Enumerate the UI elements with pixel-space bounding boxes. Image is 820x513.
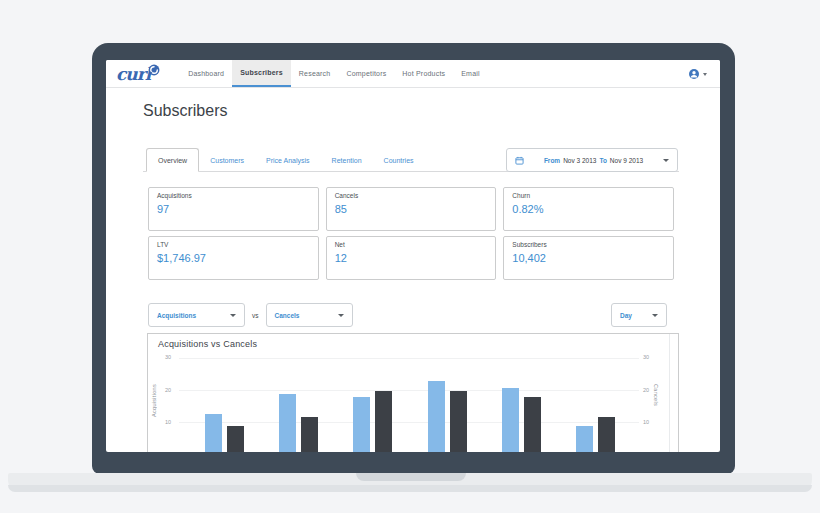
user-avatar-icon [689, 69, 699, 79]
tab-customers[interactable]: Customers [199, 148, 255, 172]
dropdown-value: Cancels [275, 312, 300, 319]
nav-item-hot-products[interactable]: Hot Products [394, 60, 453, 87]
to-label: To [599, 157, 606, 164]
caret-down-icon [652, 314, 658, 317]
chart-title: Acquisitions vs Cancels [158, 339, 257, 349]
bar-cancels [301, 417, 318, 452]
caret-down-icon [338, 314, 344, 317]
metrics-grid: Acquisitions 97 Cancels 85 Churn 0.82% L… [148, 187, 674, 280]
vs-label: vs [252, 312, 259, 319]
metric-value: 12 [335, 252, 488, 264]
subscriber-tabs: Overview Customers Price Analysis Retent… [146, 148, 425, 172]
y-axis-tick-right: 30 [643, 354, 660, 360]
metric-label: Acquisitions [157, 192, 310, 199]
metric-label: LTV [157, 241, 310, 248]
tabs-row: Overview Customers Price Analysis Retent… [143, 148, 679, 172]
metric-card-cancels: Cancels 85 [326, 187, 497, 231]
bar-cancels [598, 417, 615, 452]
metric-a-dropdown[interactable]: Acquisitions [148, 303, 245, 327]
metric-value: 97 [157, 203, 310, 215]
logo-text: curl [116, 60, 150, 88]
bar-acquisitions [353, 397, 370, 452]
y-axis-tick-right: 10 [643, 419, 660, 425]
app-logo[interactable]: curl [106, 60, 160, 87]
dropdown-value: Acquisitions [157, 312, 196, 319]
tab-price-analysis[interactable]: Price Analysis [255, 148, 321, 172]
metric-label: Churn [512, 192, 665, 199]
chart-card: Acquisitions vs Cancels Acquisitions Can… [147, 333, 679, 452]
nav-item-email[interactable]: Email [453, 60, 488, 87]
metric-b-dropdown[interactable]: Cancels [266, 303, 353, 327]
y-axis-tick-right: 20 [643, 387, 660, 393]
metric-value: $1,746.97 [157, 252, 310, 264]
gridline [179, 358, 639, 359]
caret-down-icon [663, 159, 669, 162]
metric-card-net: Net 12 [326, 236, 497, 280]
user-menu[interactable] [689, 60, 707, 88]
bar-acquisitions [279, 394, 296, 452]
compare-controls: Acquisitions vs Cancels Day [148, 303, 678, 327]
nav-item-dashboard[interactable]: Dashboard [180, 60, 232, 87]
tab-countries[interactable]: Countries [373, 148, 425, 172]
metric-label: Subscribers [512, 241, 665, 248]
metric-value: 0.82% [512, 203, 665, 215]
date-range-text: From Nov 3 2013 To Nov 9 2013 [544, 157, 643, 164]
y-axis-tick-left: 30 [154, 354, 171, 360]
screen: curl Dashboard Subscribers Research Comp… [106, 60, 720, 452]
page-content: Subscribers Overview Customers Price Ana… [143, 88, 679, 452]
chart-plot-edge [669, 334, 670, 452]
nav-item-research[interactable]: Research [291, 60, 339, 87]
laptop-frame: curl Dashboard Subscribers Research Comp… [92, 43, 735, 474]
metric-card-ltv: LTV $1,746.97 [148, 236, 319, 280]
laptop-base [8, 473, 812, 492]
bar-cancels [450, 391, 467, 452]
date-range-picker[interactable]: From Nov 3 2013 To Nov 9 2013 [506, 148, 678, 172]
gridline [179, 422, 639, 423]
caret-down-icon [703, 73, 707, 76]
bar-cancels [227, 426, 244, 452]
laptop-base-notch [356, 473, 466, 481]
bar-cancels [375, 391, 392, 452]
tab-overview[interactable]: Overview [146, 148, 199, 172]
bar-acquisitions [576, 426, 593, 452]
metric-label: Cancels [335, 192, 488, 199]
dropdown-value: Day [620, 312, 632, 319]
bar-acquisitions [205, 414, 222, 452]
from-label: From [544, 157, 560, 164]
calendar-icon [515, 156, 524, 165]
metric-label: Net [335, 241, 488, 248]
y-axis-tick-left: 20 [154, 387, 171, 393]
bar-cancels [524, 397, 541, 452]
metric-card-acquisitions: Acquisitions 97 [148, 187, 319, 231]
interval-dropdown[interactable]: Day [611, 303, 667, 327]
main-nav: Dashboard Subscribers Research Competito… [180, 60, 488, 87]
metric-value: 85 [335, 203, 488, 215]
to-date: Nov 9 2013 [610, 157, 643, 164]
tab-retention[interactable]: Retention [321, 148, 373, 172]
from-date: Nov 3 2013 [563, 157, 596, 164]
top-navbar: curl Dashboard Subscribers Research Comp… [106, 60, 720, 88]
bar-acquisitions [428, 381, 445, 452]
page-title: Subscribers [143, 102, 227, 120]
metric-card-subscribers: Subscribers 10,402 [503, 236, 674, 280]
swirl-icon [147, 64, 160, 77]
bar-acquisitions [502, 388, 519, 452]
y-axis-tick-left: 10 [154, 419, 171, 425]
nav-item-competitors[interactable]: Competitors [338, 60, 394, 87]
caret-down-icon [230, 314, 236, 317]
nav-item-subscribers[interactable]: Subscribers [232, 60, 291, 87]
metric-card-churn: Churn 0.82% [503, 187, 674, 231]
metric-value: 10,402 [512, 252, 665, 264]
gridline [179, 390, 639, 391]
